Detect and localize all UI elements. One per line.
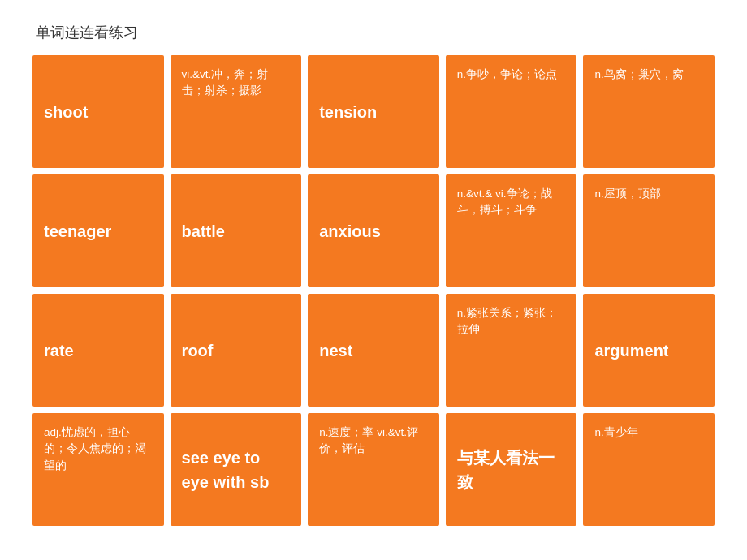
- word-card[interactable]: roof: [171, 294, 302, 407]
- word-card[interactable]: rate: [32, 294, 164, 407]
- word-card[interactable]: argument: [583, 294, 715, 407]
- word-card[interactable]: anxious: [308, 174, 439, 287]
- page-title: 单词连连看练习: [0, 0, 747, 55]
- word-card[interactable]: nest: [308, 294, 439, 407]
- grid-container: shootvi.&vt.冲，奔；射击；射杀；摄影tensionn.争吵，争论；论…: [0, 55, 747, 542]
- word-card[interactable]: shoot: [32, 55, 164, 168]
- definition-card[interactable]: n.&vt.& vi.争论；战斗，搏斗；斗争: [446, 174, 577, 287]
- word-card[interactable]: battle: [171, 174, 302, 287]
- definition-card[interactable]: n.青少年: [583, 413, 715, 526]
- word-card[interactable]: 与某人看法一致: [446, 413, 577, 526]
- definition-card[interactable]: n.速度；率 vi.&vt.评价，评估: [308, 413, 439, 526]
- definition-card[interactable]: n.争吵，争论；论点: [446, 55, 577, 168]
- word-card[interactable]: see eye to eye with sb: [171, 413, 302, 526]
- definition-card[interactable]: n.紧张关系；紧张；拉伸: [446, 294, 577, 407]
- definition-card[interactable]: adj.忧虑的，担心的；令人焦虑的；渴望的: [32, 413, 164, 526]
- definition-card[interactable]: n.鸟窝；巢穴，窝: [583, 55, 715, 168]
- definition-card[interactable]: n.屋顶，顶部: [583, 174, 715, 287]
- word-card[interactable]: teenager: [32, 174, 164, 287]
- word-card[interactable]: tension: [308, 55, 439, 168]
- definition-card[interactable]: vi.&vt.冲，奔；射击；射杀；摄影: [171, 55, 302, 168]
